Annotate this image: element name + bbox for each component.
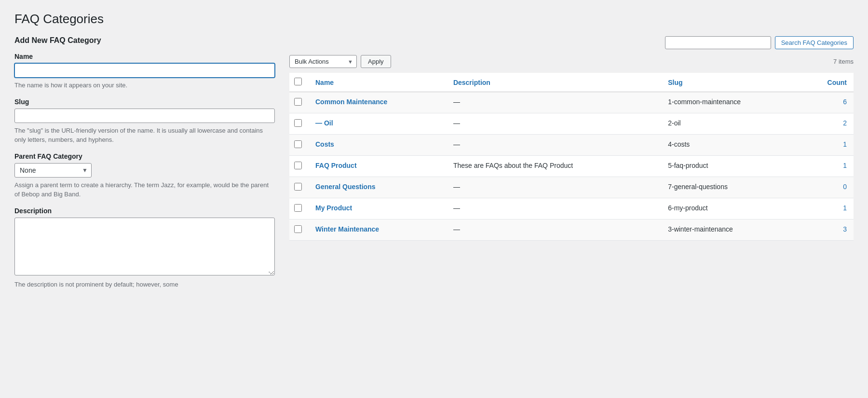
row-description: These are FAQs about the FAQ Product [447,156,661,177]
bulk-actions-bar: Bulk Actions ▼ Apply 7 items [289,55,854,68]
table-top-bar: Search FAQ Categories [289,36,854,49]
table-row: My Product — 6-my-product 1 [289,198,854,220]
add-new-form-panel: Add New FAQ Category Name The name is ho… [14,36,275,297]
category-name-link[interactable]: Common Maintenance [315,98,387,106]
category-name-link[interactable]: Winter Maintenance [315,225,379,233]
name-field-group: Name The name is how it appears on your … [14,53,275,90]
description-label: Description [14,207,275,215]
row-count[interactable]: 6 [800,92,854,113]
row-slug: 6-my-product [661,198,800,220]
resize-handle-icon: ⤡ [268,270,274,276]
row-count[interactable]: 3 [800,220,854,241]
parent-select[interactable]: None [14,163,92,178]
form-section-title: Add New FAQ Category [14,36,275,45]
row-checkbox-cell [289,220,309,241]
row-slug: 3-winter-maintenance [661,220,800,241]
row-count[interactable]: 2 [800,113,854,135]
category-name-link[interactable]: My Product [315,204,352,212]
description-hint: The description is not prominent by defa… [14,280,275,289]
row-checkbox[interactable] [294,204,302,212]
row-checkbox-cell [289,135,309,156]
row-description: — [447,198,661,220]
category-name-link[interactable]: FAQ Product [315,162,357,169]
table-header-row: Name Description Slug Count [289,73,854,92]
table-row: — Oil — 2-oil 2 [289,113,854,135]
row-slug: 2-oil [661,113,800,135]
search-button[interactable]: Search FAQ Categories [775,36,854,49]
row-count[interactable]: 0 [800,177,854,198]
column-header-slug[interactable]: Slug [661,73,800,92]
row-description: — [447,135,661,156]
row-description: — [447,177,661,198]
row-name[interactable]: Common Maintenance [309,92,447,113]
parent-select-wrapper: None ▼ [14,163,92,178]
row-name[interactable]: General Questions [309,177,447,198]
row-description: — [447,113,661,135]
slug-field-group: Slug The "slug" is the URL-friendly vers… [14,98,275,145]
bulk-actions-select-wrapper: Bulk Actions ▼ [289,55,357,68]
table-row: Common Maintenance — 1-common-maintenanc… [289,92,854,113]
apply-button[interactable]: Apply [361,55,391,68]
row-slug: 7-general-questions [661,177,800,198]
parent-label: Parent FAQ Category [14,152,275,160]
bulk-actions-select[interactable]: Bulk Actions [289,55,357,68]
description-textarea[interactable] [14,218,275,275]
slug-input[interactable] [14,109,275,123]
row-description: — [447,92,661,113]
row-checkbox-cell [289,156,309,177]
items-count: 7 items [833,58,854,65]
row-slug: 1-common-maintenance [661,92,800,113]
search-input[interactable] [665,36,771,49]
row-name[interactable]: — Oil [309,113,447,135]
row-count[interactable]: 1 [800,156,854,177]
name-hint: The name is how it appears on your site. [14,81,275,90]
table-row: Winter Maintenance — 3-winter-maintenanc… [289,220,854,241]
description-textarea-wrapper: ⤡ [14,218,275,277]
column-header-description[interactable]: Description [447,73,661,92]
table-panel: Search FAQ Categories Bulk Actions ▼ App… [289,36,854,241]
column-header-name[interactable]: Name [309,73,447,92]
row-description: — [447,220,661,241]
row-checkbox[interactable] [294,225,302,233]
slug-hint: The "slug" is the URL-friendly version o… [14,126,275,145]
row-count[interactable]: 1 [800,198,854,220]
name-input[interactable] [14,63,275,78]
select-all-checkbox[interactable] [294,78,302,85]
category-name-link[interactable]: General Questions [315,183,375,191]
row-checkbox-cell [289,198,309,220]
row-slug: 4-costs [661,135,800,156]
row-checkbox[interactable] [294,119,302,127]
row-name[interactable]: Costs [309,135,447,156]
description-field-group: Description ⤡ The description is not pro… [14,207,275,289]
category-name-link[interactable]: — Oil [315,119,333,127]
table-row: FAQ Product These are FAQs about the FAQ… [289,156,854,177]
row-count[interactable]: 1 [800,135,854,156]
page-title: FAQ Categories [14,12,854,27]
parent-field-group: Parent FAQ Category None ▼ Assign a pare… [14,152,275,199]
row-slug: 5-faq-product [661,156,800,177]
row-checkbox[interactable] [294,98,302,106]
name-label: Name [14,53,275,60]
search-area: Search FAQ Categories [289,36,854,49]
row-checkbox[interactable] [294,140,302,148]
row-checkbox[interactable] [294,183,302,191]
row-name[interactable]: FAQ Product [309,156,447,177]
table-row: Costs — 4-costs 1 [289,135,854,156]
category-name-link[interactable]: Costs [315,140,334,148]
column-header-count[interactable]: Count [800,73,854,92]
row-checkbox-cell [289,92,309,113]
row-checkbox-cell [289,177,309,198]
row-name[interactable]: Winter Maintenance [309,220,447,241]
select-all-header [289,73,309,92]
row-name[interactable]: My Product [309,198,447,220]
faq-categories-table: Name Description Slug Count Common Maint… [289,73,854,241]
row-checkbox-cell [289,113,309,135]
slug-label: Slug [14,98,275,106]
row-checkbox[interactable] [294,162,302,169]
table-row: General Questions — 7-general-questions … [289,177,854,198]
parent-hint: Assign a parent term to create a hierarc… [14,180,275,199]
